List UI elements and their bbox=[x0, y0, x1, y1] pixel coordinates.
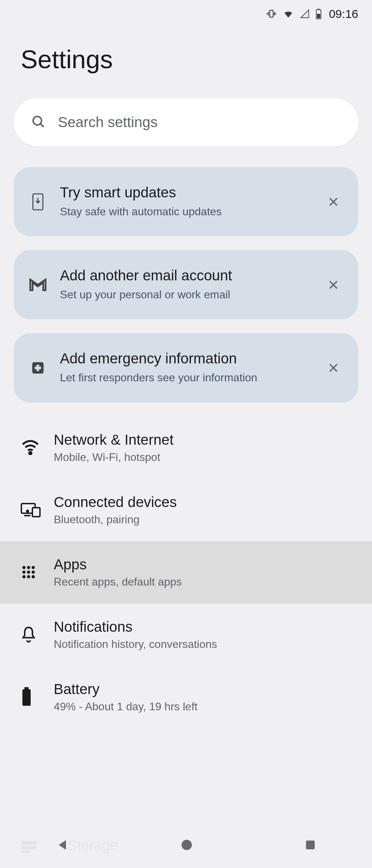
status-time: 09:16 bbox=[329, 7, 358, 21]
settings-item-connected-devices[interactable]: Connected devices Bluetooth, pairing bbox=[0, 479, 372, 541]
search-icon bbox=[31, 114, 45, 130]
dismiss-button[interactable] bbox=[322, 191, 344, 213]
suggestion-emergency-info[interactable]: Add emergency information Let first resp… bbox=[14, 333, 358, 402]
suggestion-body: Try smart updates Stay safe with automat… bbox=[60, 184, 322, 219]
item-title: Apps bbox=[54, 556, 351, 573]
svg-point-24 bbox=[22, 566, 25, 569]
cell-signal-icon bbox=[299, 9, 310, 19]
bell-icon bbox=[21, 626, 48, 643]
svg-point-27 bbox=[22, 570, 25, 574]
svg-rect-39 bbox=[306, 840, 314, 849]
battery-icon bbox=[21, 687, 48, 706]
svg-rect-7 bbox=[317, 14, 320, 18]
suggestion-subtitle: Set up your personal or work email bbox=[60, 287, 316, 302]
suggestion-smart-updates[interactable]: Try smart updates Stay safe with automat… bbox=[14, 167, 358, 236]
item-subtitle: Notification history, conversations bbox=[54, 638, 351, 651]
svg-point-38 bbox=[182, 840, 192, 850]
dismiss-button[interactable] bbox=[322, 357, 344, 379]
item-body: Apps Recent apps, default apps bbox=[54, 556, 351, 588]
nav-home-button[interactable] bbox=[159, 831, 214, 860]
svg-point-25 bbox=[27, 566, 30, 569]
item-body: Battery 49% - About 1 day, 19 hrs left bbox=[54, 681, 351, 713]
item-subtitle: Bluetooth, pairing bbox=[54, 513, 351, 526]
item-subtitle: Mobile, Wi-Fi, hotspot bbox=[54, 451, 351, 464]
item-title: Network & Internet bbox=[54, 432, 351, 448]
item-subtitle: Recent apps, default apps bbox=[54, 576, 351, 588]
update-phone-icon bbox=[28, 193, 48, 211]
suggestion-body: Add another email account Set up your pe… bbox=[60, 267, 322, 302]
svg-rect-34 bbox=[22, 689, 31, 706]
apps-icon bbox=[21, 564, 48, 580]
suggestion-title: Add emergency information bbox=[60, 350, 316, 367]
svg-point-22 bbox=[26, 509, 29, 513]
svg-point-30 bbox=[22, 575, 25, 578]
svg-point-31 bbox=[27, 575, 30, 578]
suggestion-body: Add emergency information Let first resp… bbox=[60, 350, 322, 385]
page-title: Settings bbox=[21, 45, 372, 74]
item-body: Network & Internet Mobile, Wi-Fi, hotspo… bbox=[54, 432, 351, 464]
svg-line-9 bbox=[40, 124, 44, 127]
nav-recent-button[interactable] bbox=[283, 831, 338, 860]
search-bar[interactable]: Search settings bbox=[14, 98, 358, 146]
item-title: Battery bbox=[54, 681, 351, 698]
status-bar: 09:16 bbox=[0, 0, 372, 28]
svg-point-28 bbox=[27, 570, 30, 574]
battery-status-icon bbox=[315, 8, 322, 19]
wifi-status-icon bbox=[282, 9, 294, 19]
navigation-bar bbox=[0, 823, 372, 868]
settings-item-notifications[interactable]: Notifications Notification history, conv… bbox=[0, 603, 372, 666]
item-title: Notifications bbox=[54, 619, 351, 635]
gmail-icon bbox=[28, 278, 48, 292]
svg-rect-6 bbox=[318, 9, 319, 10]
dismiss-button[interactable] bbox=[322, 274, 344, 296]
vibrate-icon bbox=[266, 9, 277, 19]
devices-icon bbox=[21, 502, 48, 517]
item-body: Connected devices Bluetooth, pairing bbox=[54, 494, 351, 526]
suggestion-subtitle: Let first responders see your informatio… bbox=[60, 370, 316, 385]
suggestion-title: Try smart updates bbox=[60, 184, 316, 201]
svg-point-18 bbox=[29, 452, 32, 454]
suggestion-add-email[interactable]: Add another email account Set up your pe… bbox=[14, 250, 358, 319]
svg-rect-0 bbox=[270, 10, 273, 17]
suggestion-title: Add another email account bbox=[60, 267, 316, 284]
svg-point-32 bbox=[32, 575, 35, 578]
medical-icon bbox=[28, 360, 48, 375]
item-body: Notifications Notification history, conv… bbox=[54, 619, 351, 651]
settings-item-apps[interactable]: Apps Recent apps, default apps bbox=[0, 541, 372, 603]
settings-item-network[interactable]: Network & Internet Mobile, Wi-Fi, hotspo… bbox=[0, 416, 372, 479]
svg-rect-33 bbox=[24, 687, 29, 689]
wifi-icon bbox=[21, 440, 48, 455]
svg-point-29 bbox=[32, 570, 35, 574]
suggestion-subtitle: Stay safe with automatic updates bbox=[60, 204, 316, 219]
nav-back-button[interactable] bbox=[34, 831, 90, 860]
svg-rect-20 bbox=[32, 508, 40, 517]
item-subtitle: 49% - About 1 day, 19 hrs left bbox=[54, 700, 351, 713]
settings-item-battery[interactable]: Battery 49% - About 1 day, 19 hrs left bbox=[0, 666, 372, 728]
item-title: Connected devices bbox=[54, 494, 351, 510]
search-placeholder: Search settings bbox=[58, 114, 158, 131]
svg-point-8 bbox=[33, 116, 42, 125]
svg-point-26 bbox=[32, 566, 35, 569]
settings-list: Network & Internet Mobile, Wi-Fi, hotspo… bbox=[0, 416, 372, 728]
